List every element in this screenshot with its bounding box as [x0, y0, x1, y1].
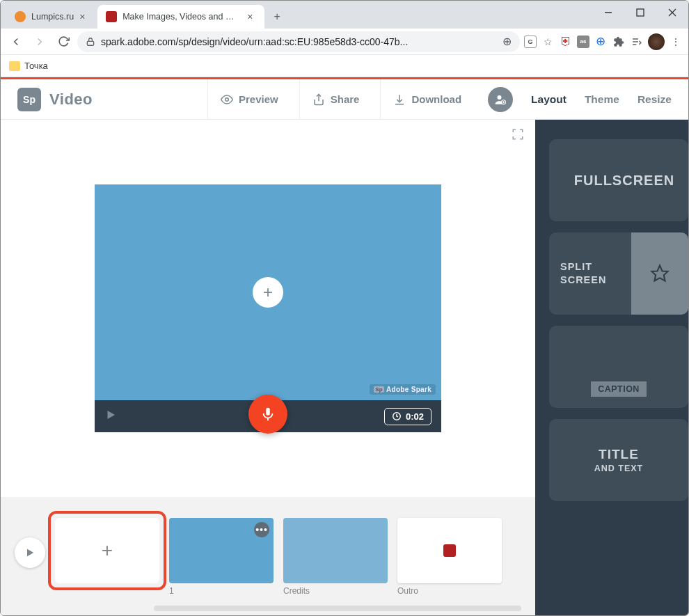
- install-icon[interactable]: ⊕: [502, 35, 512, 48]
- timeline-slide[interactable]: Outro: [397, 518, 502, 596]
- record-button[interactable]: [248, 395, 287, 434]
- svg-marker-20: [27, 549, 33, 557]
- close-icon[interactable]: ×: [247, 11, 256, 22]
- add-content-button[interactable]: +: [253, 277, 283, 308]
- play-all-button[interactable]: [15, 537, 45, 568]
- browser-toolbar: spark.adobe.com/sp/design/video/urn:aad:…: [1, 29, 688, 55]
- address-bar[interactable]: spark.adobe.com/sp/design/video/urn:aad:…: [77, 31, 520, 52]
- tab-title: Lumpics.ru: [31, 12, 74, 22]
- bookmark-item[interactable]: Точка: [24, 61, 48, 71]
- bookmarks-bar: Точка: [1, 55, 688, 77]
- add-slide-button[interactable]: +: [55, 518, 159, 583]
- share-button[interactable]: Share: [299, 79, 372, 120]
- duration-chip[interactable]: 0:02: [384, 408, 431, 425]
- layout-preview: [631, 232, 688, 315]
- app-header: Sp Video Preview Share Download Layout T…: [1, 79, 688, 120]
- spark-app: Sp Video Preview Share Download Layout T…: [1, 79, 688, 615]
- browser-window: Lumpics.ru × Make Images, Videos and Web…: [0, 0, 689, 616]
- layout-sidebar: FULLSCREEN SPLITSCREEN CAPTION TITLE AND…: [535, 120, 688, 615]
- play-button[interactable]: [104, 409, 117, 424]
- reload-button[interactable]: [54, 32, 73, 52]
- layout-caption[interactable]: CAPTION: [549, 326, 688, 408]
- titlebar: Lumpics.ru × Make Images, Videos and Web…: [1, 1, 688, 29]
- nav-layout[interactable]: Layout: [531, 93, 567, 106]
- slide-label: Outro: [397, 586, 502, 596]
- eye-icon: [221, 93, 233, 106]
- person-add-icon: [494, 93, 507, 106]
- layout-title-text[interactable]: TITLE AND TEXT: [549, 419, 688, 501]
- expand-icon[interactable]: [512, 128, 524, 143]
- back-button[interactable]: [6, 32, 26, 52]
- timeline-slide[interactable]: ••• 1: [169, 518, 274, 596]
- minimize-button[interactable]: [592, 1, 624, 24]
- extension-icon[interactable]: as: [577, 35, 589, 48]
- nav-theme[interactable]: Theme: [585, 93, 619, 106]
- share-icon: [312, 93, 325, 106]
- menu-button[interactable]: ⋮: [669, 35, 683, 49]
- caption-tag: CAPTION: [591, 381, 647, 397]
- canvas-area: + SpAdobe Spark 0:: [1, 120, 535, 615]
- app-logo[interactable]: Sp: [17, 88, 41, 111]
- url-text: spark.adobe.com/sp/design/video/urn:aad:…: [101, 36, 497, 47]
- new-tab-button[interactable]: +: [267, 7, 287, 26]
- extension-icon[interactable]: ⊕: [594, 35, 608, 49]
- translate-icon[interactable]: G: [524, 35, 537, 48]
- favicon: [15, 11, 26, 22]
- profile-avatar[interactable]: [648, 33, 665, 50]
- stage: + SpAdobe Spark 0:: [95, 184, 441, 432]
- svg-rect-1: [637, 9, 644, 16]
- download-button[interactable]: Download: [380, 79, 474, 120]
- close-icon[interactable]: ×: [79, 11, 89, 22]
- svg-rect-4: [87, 41, 93, 45]
- lock-icon: [86, 37, 95, 47]
- slide-label: Credits: [283, 586, 388, 596]
- extensions-area: G ☆ ⛨ as ⊕ ⋮: [524, 33, 683, 50]
- nav-resize[interactable]: Resize: [637, 93, 672, 106]
- folder-icon: [9, 61, 20, 71]
- player-bar: 0:02: [95, 400, 441, 432]
- star-icon: [650, 264, 670, 283]
- browser-tab[interactable]: Lumpics.ru ×: [6, 5, 97, 29]
- maximize-button[interactable]: [624, 1, 656, 24]
- svg-marker-21: [651, 265, 667, 281]
- star-icon[interactable]: ☆: [541, 35, 555, 49]
- extension-icon[interactable]: ⛨: [559, 35, 573, 49]
- timeline-slide[interactable]: Credits: [283, 518, 388, 596]
- slide-menu-button[interactable]: •••: [254, 522, 269, 537]
- preview-button[interactable]: Preview: [207, 79, 291, 120]
- layout-fullscreen[interactable]: FULLSCREEN: [549, 139, 688, 221]
- current-slide[interactable]: + SpAdobe Spark: [95, 184, 441, 400]
- right-nav: Layout Theme Resize: [531, 93, 672, 106]
- browser-tab[interactable]: Make Images, Videos and Web S ×: [97, 5, 264, 29]
- favicon: [106, 11, 117, 22]
- reading-list-icon[interactable]: [630, 35, 644, 49]
- svg-rect-17: [266, 408, 270, 416]
- extensions-button[interactable]: [612, 35, 626, 49]
- layout-split-screen[interactable]: SPLITSCREEN: [549, 232, 688, 315]
- slide-label: 1: [169, 586, 274, 596]
- microphone-icon: [260, 406, 276, 422]
- svg-marker-16: [108, 411, 116, 419]
- forward-button[interactable]: [30, 32, 49, 52]
- tab-title: Make Images, Videos and Web S: [122, 12, 241, 22]
- window-close-button[interactable]: [656, 1, 688, 24]
- timeline-scrollbar[interactable]: [154, 606, 521, 611]
- watermark: SpAdobe Spark: [370, 384, 436, 395]
- svg-point-8: [225, 97, 229, 101]
- svg-point-12: [498, 95, 502, 100]
- clock-icon: [392, 411, 402, 421]
- timeline: + ••• 1 Credits: [1, 497, 535, 615]
- invite-button[interactable]: [488, 87, 513, 112]
- app-title: Video: [49, 90, 93, 109]
- download-icon: [393, 93, 406, 106]
